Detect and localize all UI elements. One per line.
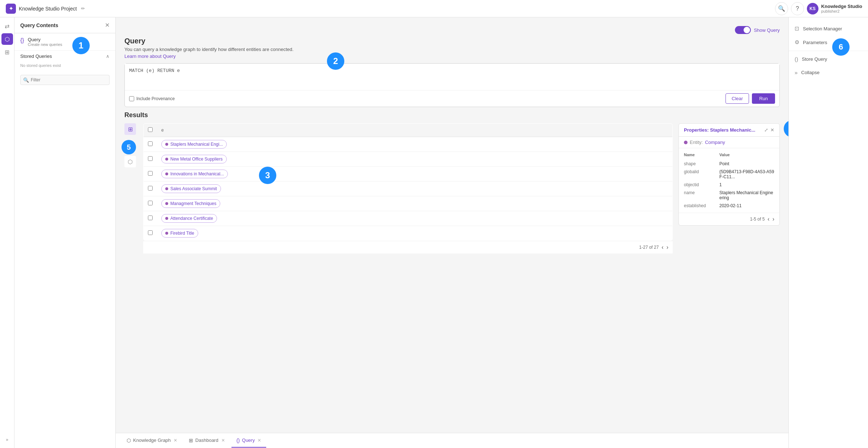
right-panel-collapse[interactable]: » Collapse [789, 66, 868, 79]
sidebar-header: Query Contents ✕ [14, 17, 115, 33]
app-title: Knowledge Studio Project [19, 6, 77, 12]
entity-tag[interactable]: Firebird Title [161, 229, 198, 238]
prop-value: 1 [719, 182, 722, 187]
props-row: objectid1 [684, 181, 774, 189]
select-all-checkbox[interactable] [148, 127, 153, 132]
selection-manager-label: Selection Manager [803, 26, 842, 31]
props-col-name: Name [684, 153, 716, 157]
row-checkbox[interactable] [148, 156, 153, 161]
props-close-icon[interactable]: ✕ [770, 127, 774, 133]
table-row: Innovations in Mechanical... [144, 167, 673, 182]
props-entity-name: Staplers Mechanic... [710, 127, 755, 133]
sidebar-item-query[interactable]: {} Query Create new queries [14, 33, 115, 50]
query-title: Query [124, 37, 780, 45]
query-input[interactable]: MATCH (e) RETURN e [125, 64, 779, 89]
row-checkbox[interactable] [148, 186, 153, 191]
tab-query-label: Query [242, 438, 255, 443]
include-provenance-checkbox[interactable]: Include Provenance [129, 96, 175, 101]
search-button[interactable]: 🔍 [775, 2, 788, 15]
row-checkbox[interactable] [148, 141, 153, 146]
results-pagination: 1-27 of 27 ‹ › [143, 241, 673, 253]
nav-layers[interactable]: ⬡ [1, 33, 13, 45]
properties-header: Properties: Staplers Mechanic... ⤢ ✕ [679, 124, 779, 137]
entity-dot [165, 202, 168, 205]
props-prev[interactable]: ‹ [767, 216, 769, 222]
right-panel-divider [789, 51, 868, 51]
tab-kg-icon: ⬡ [127, 438, 131, 443]
right-panel-selection-manager[interactable]: ⊡ Selection Manager [789, 22, 868, 35]
properties-table: Name Value shapePointglobalid{5D9B4713-F… [679, 148, 779, 213]
main-content: Show Query Query You can query a knowled… [116, 17, 788, 433]
toggle-track[interactable] [735, 26, 751, 34]
badge-4: 4 [784, 120, 788, 137]
table-row: Firebird Title [144, 226, 673, 241]
clear-button[interactable]: Clear [726, 93, 749, 104]
tab-query[interactable]: () Query ✕ [231, 434, 267, 448]
tab-query-close[interactable]: ✕ [258, 438, 261, 443]
sidebar: Query Contents ✕ 1 {} Query Create new q… [14, 17, 116, 448]
parameters-icon: ⚙ [795, 39, 799, 46]
row-checkbox[interactable] [148, 216, 153, 220]
query-icon: {} [20, 37, 24, 44]
entity-tag[interactable]: Sales Associate Summit [161, 184, 221, 193]
tab-kg-close[interactable]: ✕ [174, 438, 177, 443]
results-container: ⊞ 5 ⬡ 3 [124, 123, 780, 253]
parameters-label: Parameters [803, 40, 827, 45]
pagination-next[interactable]: › [667, 244, 668, 251]
tab-dashboard[interactable]: ⊞ Dashboard ✕ [184, 434, 230, 448]
right-panel-parameters[interactable]: ⚙ Parameters [789, 35, 868, 49]
nav-grid[interactable]: ⊞ [1, 46, 13, 58]
props-next[interactable]: › [773, 216, 774, 222]
prop-key: established [684, 203, 716, 208]
entity-dot [165, 232, 168, 235]
props-col-value: Value [719, 153, 730, 157]
tab-knowledge-graph[interactable]: ⬡ Knowledge Graph ✕ [122, 434, 182, 448]
app-logo: ✦ [6, 4, 16, 14]
expand-icon[interactable]: » [3, 434, 11, 445]
entity-tag[interactable]: New Metal Office Suppliers [161, 155, 227, 163]
prop-key: name [684, 190, 716, 200]
edit-title-icon[interactable]: ✏ [81, 6, 85, 11]
store-query-label: Store Query [802, 56, 827, 62]
entity-tag[interactable]: Attendance Certificate [161, 214, 217, 223]
sidebar-query-label: Query [28, 37, 62, 42]
graph-view-button[interactable]: ⬡ [124, 156, 136, 167]
props-header-row: Name Value [684, 151, 774, 160]
help-button[interactable]: ? [791, 2, 804, 15]
filter-input[interactable] [20, 75, 110, 85]
table-row: Managment Techniques [144, 196, 673, 211]
right-panel-store-query[interactable]: () Store Query [789, 52, 868, 66]
pagination-prev[interactable]: ‹ [661, 244, 663, 251]
entity-tag[interactable]: Innovations in Mechanical... [161, 170, 228, 178]
run-button[interactable]: Run [752, 93, 775, 104]
row-checkbox[interactable] [148, 171, 153, 176]
stored-queries-toggle[interactable]: ∧ [106, 54, 110, 59]
query-toggle-row: Show Query [124, 26, 780, 34]
entity-dot [165, 143, 168, 146]
tab-dash-label: Dashboard [195, 438, 218, 443]
right-panel: ⊡ Selection Manager ⚙ Parameters 6 () St… [788, 17, 868, 448]
props-expand-icon[interactable]: ⤢ [764, 127, 768, 133]
table-view-button[interactable]: ⊞ [124, 123, 136, 135]
store-query-icon: () [795, 56, 798, 62]
user-info: Knowledge Studio publisher2 [821, 4, 862, 13]
table-row: Attendance Certificate [144, 211, 673, 226]
results-title: Results [124, 111, 780, 119]
props-pagination-text: 1-5 of 5 [750, 217, 765, 222]
entity-tag[interactable]: Staplers Mechanical Engi... [161, 140, 227, 149]
table-row: Staplers Mechanical Engi... [144, 137, 673, 152]
user-subtitle: publisher2 [821, 9, 862, 13]
row-checkbox[interactable] [148, 201, 153, 205]
props-entity-row: Entity: Company [679, 137, 779, 148]
sidebar-close-button[interactable]: ✕ [105, 22, 110, 29]
learn-more-link[interactable]: Learn more about Query [124, 54, 176, 59]
tab-dash-close[interactable]: ✕ [221, 438, 225, 443]
row-checkbox[interactable] [148, 230, 153, 235]
show-query-toggle[interactable]: Show Query [735, 26, 780, 34]
provenance-check[interactable] [129, 96, 134, 101]
entity-dot [165, 187, 168, 190]
entity-tag[interactable]: Managment Techniques [161, 199, 220, 208]
prop-key: shape [684, 161, 716, 166]
nav-connections[interactable]: ⇄ [1, 20, 13, 32]
icon-bar: ⇄ ⬡ ⊞ » [0, 17, 14, 448]
